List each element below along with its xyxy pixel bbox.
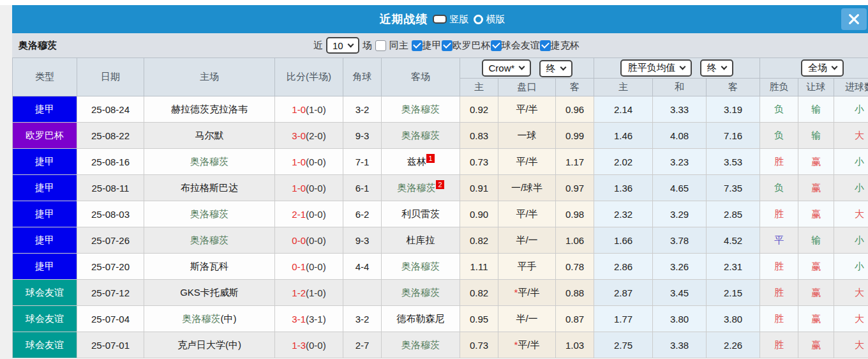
avg-home-cell: 1.66 xyxy=(594,227,653,254)
type-cell: 捷甲 xyxy=(13,149,77,175)
spread-result-cell: 输 xyxy=(798,123,834,149)
competition-badge: 捷甲 xyxy=(13,96,77,122)
view-option-label: 竖版 xyxy=(450,13,469,26)
fulltime-score: 2-1 xyxy=(292,209,306,220)
fulltime-score: 1-3 xyxy=(292,340,306,351)
top-strip xyxy=(0,0,868,5)
team-text: 奥洛穆茨 xyxy=(397,182,435,193)
view-option[interactable]: 竖版 xyxy=(433,13,469,26)
halftime-score: (0-0) xyxy=(306,235,326,246)
close-button[interactable] xyxy=(841,8,867,30)
result-cell: 胜 xyxy=(760,149,798,175)
avg-odds-select[interactable]: 胜平负均值 xyxy=(620,59,692,77)
col-header-handicap: 盘口 xyxy=(498,79,556,96)
filter-controls: 近 10 场 同主 捷甲欧罗巴杯球会友谊捷克杯 xyxy=(310,33,580,57)
competition-checkbox[interactable] xyxy=(540,40,551,51)
panel-title: 近期战绩 xyxy=(380,11,428,27)
team-text: 马尔默 xyxy=(195,130,224,141)
same-home-checkbox[interactable] xyxy=(375,40,386,51)
odds-stage-select[interactable]: 终 xyxy=(539,60,572,77)
halftime-score: (0-0) xyxy=(306,209,326,220)
away-odds-cell: 0.78 xyxy=(556,254,594,280)
team-text: 奥洛穆茨 xyxy=(401,130,440,141)
avg-odds-value: 胜平负均值 xyxy=(627,62,675,74)
away-team-cell: 奥洛穆茨 xyxy=(382,96,460,123)
scope-select[interactable]: 全场 xyxy=(801,59,844,77)
competition-checkbox[interactable] xyxy=(442,40,453,51)
filter-bar: 奥洛穆茨 近 10 场 同主 捷甲欧罗巴杯球会友谊捷克杯 xyxy=(12,33,868,57)
type-cell: 捷甲 xyxy=(13,96,77,123)
avg-away-cell: 2.31 xyxy=(707,254,760,280)
home-odds-cell: 0.82 xyxy=(460,227,498,254)
score-cell: 1-0(0-0) xyxy=(275,149,343,175)
result-cell: 胜 xyxy=(760,332,798,358)
avg-draw-cell: 3.33 xyxy=(653,96,707,123)
avg-draw-cell: 3.78 xyxy=(653,227,707,254)
corners-cell: 6-2 xyxy=(343,201,382,227)
competition-badge: 捷甲 xyxy=(13,175,77,201)
avg-stage-select[interactable]: 终 xyxy=(700,59,733,77)
col-header-type: 类型 xyxy=(13,58,77,96)
competition-filters: 捷甲欧罗巴杯球会友谊捷克杯 xyxy=(412,40,580,52)
corners-cell: 9-3 xyxy=(343,123,382,149)
away-team-cell: 德布勒森尼 xyxy=(382,306,460,332)
competition-filter: 球会友谊 xyxy=(491,40,540,52)
home-team-cell: GKS卡托威斯 xyxy=(144,280,275,306)
date-cell: 25-08-11 xyxy=(77,175,144,201)
col-header-avg-draw: 和 xyxy=(653,79,707,96)
halftime-score: (0-0) xyxy=(306,261,326,272)
table-row: 捷甲25-07-20斯洛瓦科0-1(0-0)4-4奥洛穆茨1.11平手0.782… xyxy=(13,254,868,280)
team-text: 杜库拉 xyxy=(407,234,435,245)
home-odds-cell: 0.95 xyxy=(460,306,498,332)
type-cell: 球会友谊 xyxy=(13,306,77,332)
away-team-cell: 兹林1 xyxy=(382,149,460,175)
chevron-down-icon xyxy=(560,64,566,70)
away-odds-cell: 1.06 xyxy=(556,227,594,254)
score-cell: 1-0(1-0) xyxy=(275,96,343,123)
away-odds-cell: 0.96 xyxy=(556,96,594,123)
col-header-score: 比分(半场) xyxy=(275,58,343,96)
away-odds-cell: 1.03 xyxy=(556,332,594,358)
fulltime-score: 3-0 xyxy=(292,130,306,141)
handicap-cell: 平/半 xyxy=(498,149,556,175)
away-team-cell: 奥洛穆茨 xyxy=(382,123,460,149)
odds-company-select[interactable]: Crow* xyxy=(482,59,532,77)
corners-cell: 3-2 xyxy=(343,96,382,123)
table-row: 球会友谊25-07-01克卢日大学(中)1-3(0-0)2-7奥洛穆茨0.73*… xyxy=(13,332,868,358)
competition-checkbox[interactable] xyxy=(412,40,423,51)
table-row: 捷甲25-08-24赫拉德茨克拉洛韦1-0(1-0)3-2奥洛穆茨0.92平/半… xyxy=(13,96,868,123)
scope-selector-cell: 全场 xyxy=(760,58,868,79)
handicap-cell: *平/半 xyxy=(498,280,556,306)
score-cell: 2-1(0-0) xyxy=(275,201,343,227)
away-odds-cell: 1.17 xyxy=(556,149,594,175)
score-cell: 0-0(0-0) xyxy=(275,227,343,254)
avg-home-cell: 2.86 xyxy=(594,254,653,280)
fulltime-score: 0-0 xyxy=(292,235,306,246)
competition-badge: 捷甲 xyxy=(13,149,77,174)
result-cell: 负 xyxy=(760,123,798,149)
halftime-score: (3-1) xyxy=(306,314,326,325)
view-option[interactable]: 横版 xyxy=(474,13,505,26)
table-row: 球会友谊25-07-12GKS卡托威斯1-2(1-0)奥洛穆茨0.82*平/半0… xyxy=(13,280,868,306)
recent-count-select[interactable]: 10 xyxy=(326,37,359,54)
spread-result-cell: 赢 xyxy=(798,280,834,306)
type-cell: 球会友谊 xyxy=(13,332,77,358)
avg-home-cell: 2.87 xyxy=(594,280,653,306)
avg-away-cell: 7.35 xyxy=(707,175,760,201)
handicap-cell: 平/半 xyxy=(498,201,556,227)
spread-result-cell: 输 xyxy=(798,96,834,123)
halftime-score: (1-0) xyxy=(306,104,326,115)
table-row: 欧罗巴杯25-08-22马尔默3-0(2-0)9-3奥洛穆茨0.83一球0.99… xyxy=(13,123,868,149)
table-row: 捷甲25-08-03奥洛穆茨2-1(0-0)6-2利贝雷茨0.90平/半0.98… xyxy=(13,201,868,227)
score-cell: 1-3(0-0) xyxy=(275,332,343,358)
table-row: 捷甲25-08-16奥洛穆茨1-0(0-0)7-1兹林10.73平/半1.172… xyxy=(13,149,868,175)
away-odds-cell: 0.97 xyxy=(556,175,594,201)
team-text: 奥洛穆茨 xyxy=(190,156,228,167)
result-cell: 胜 xyxy=(760,306,798,332)
team-text: 德布勒森尼 xyxy=(397,313,445,324)
competition-label: 捷甲 xyxy=(423,40,442,52)
competition-checkbox[interactable] xyxy=(491,40,502,51)
handicap-cell: 半/一 xyxy=(498,227,556,254)
col-header-goals: 进球数 xyxy=(834,79,868,96)
goals-result-cell: 大 xyxy=(834,280,868,306)
